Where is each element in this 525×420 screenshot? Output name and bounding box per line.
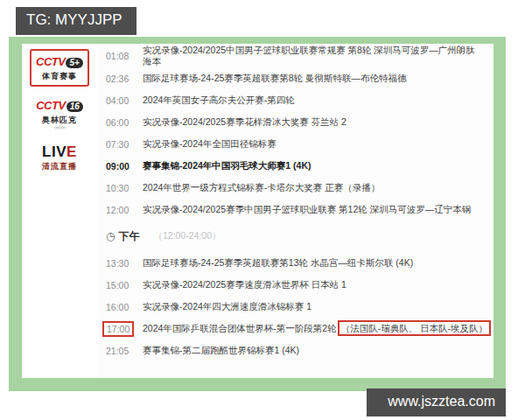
schedule-row[interactable]: 12:00 实况录像-2024/2025赛季中国男子篮球职业联赛 第12轮 深圳… xyxy=(106,199,494,220)
program-time: 07:30 xyxy=(106,139,143,150)
program-title: 赛事集锦-2024年中国羽毛球大师赛1 (4K) xyxy=(143,160,494,172)
program-time: 06:00 xyxy=(106,117,143,128)
program-title-text: 赛事集锦-第二届跑酷世界锦标赛1 (4K) xyxy=(143,345,299,355)
program-title: 赛事集锦-第二届跑酷世界锦标赛1 (4K) xyxy=(143,345,494,356)
program-time: 13:30 xyxy=(106,258,143,269)
program-time: 16:00 xyxy=(106,302,143,312)
program-time-text: 12:00 xyxy=(106,205,129,215)
program-time-text: 06:00 xyxy=(106,117,129,128)
program-time-text: 21:05 xyxy=(106,346,129,356)
program-title-text: 2024年国际乒联混合团体世界杯-第一阶段第2轮 xyxy=(143,323,337,333)
schedule-list: 01:08 实况录像-2024/2025中国男子篮球职业联赛常规赛 第8轮 深圳… xyxy=(97,44,494,378)
program-time-text: 02:36 xyxy=(106,74,129,84)
schedule-panel: CCTV5+ 体育赛事 CCTV16 奥林匹克 ○○○○○ LIVE 清流直播 xyxy=(22,44,494,378)
channel-number-badge: 5+ xyxy=(66,58,82,68)
program-title: 实况录像-2024年全国田径锦标赛 xyxy=(143,138,494,150)
cctv5plus-logo: CCTV5+ xyxy=(36,54,83,69)
program-title-text: 实况录像-2024年全国田径锦标赛 xyxy=(143,138,276,149)
program-time: 09:00 xyxy=(106,161,143,172)
olympic-rings-icon: ○○○○○ xyxy=(36,126,83,130)
schedule-row[interactable]: 06:00 实况录像-2024/2025赛季花样滑冰大奖赛 芬兰站 2 回看 xyxy=(106,111,494,133)
channel-number-badge: 16 xyxy=(66,102,83,112)
schedule-row[interactable]: 02:36 国际足球赛场-24-25赛季英超联赛第8轮 曼彻斯特联—布伦特福德 … xyxy=(106,67,494,89)
program-time-text: 09:00 xyxy=(106,161,130,172)
program-time: 02:36 xyxy=(106,74,143,84)
program-title-text: 国际足球赛场-24-25赛季英超联赛第8轮 曼彻斯特联—布伦特福德 xyxy=(143,73,407,83)
program-title: 国际足球赛场-24-25赛季英超联赛第8轮 曼彻斯特联—布伦特福德 xyxy=(143,73,494,84)
program-title-text: 实况录像-2024/2025赛季花样滑冰大奖赛 芬兰站 2 xyxy=(143,116,346,127)
schedule-row[interactable]: 07:30 实况录像-2024年全国田径锦标赛 回看 xyxy=(106,133,494,155)
program-time: 12:00 xyxy=(106,205,143,215)
cctv-wordmark: CCTV xyxy=(36,55,65,68)
cctv-wordmark: CCTV xyxy=(36,99,65,112)
schedule-row[interactable]: 13:30 国际足球赛场-24-25赛季英超联赛第13轮 水晶宫—纽卡斯尔联 (… xyxy=(106,252,494,274)
program-title: 2024年世界一级方程式锦标赛-卡塔尔大奖赛 正赛（录播） xyxy=(143,182,494,193)
program-title: 2024年英国女子高尔夫公开赛-第四轮 xyxy=(143,94,494,106)
schedule-row[interactable]: 04:00 2024年英国女子高尔夫公开赛-第四轮 回看 xyxy=(106,89,494,111)
content-frame: CCTV5+ 体育赛事 CCTV16 奥林匹克 ○○○○○ LIVE 清流直播 xyxy=(9,37,506,391)
program-time-text: 10:30 xyxy=(106,183,129,193)
program-time-text: 17:00 xyxy=(102,321,134,337)
program-title: 实况录像-2024年四大洲速度滑冰锦标赛 1 xyxy=(143,301,494,312)
cctv5plus-subtitle: 体育赛事 xyxy=(36,71,83,82)
live-logo: LIVE xyxy=(42,144,77,159)
program-time-text: 15:00 xyxy=(106,280,129,290)
program-time: 04:00 xyxy=(106,95,143,106)
program-title-highlight: （法国队-瑞典队、 日本队-埃及队） xyxy=(338,320,491,336)
program-title: 2024年国际乒联混合团体世界杯-第一阶段第2轮（法国队-瑞典队、 日本队-埃及… xyxy=(143,323,494,334)
program-time: 15:00 xyxy=(106,280,143,290)
program-title-text: 实况录像-2024/2025赛季速度滑冰世界杯 日本站 1 xyxy=(143,279,346,290)
program-time-text: 16:00 xyxy=(106,302,129,312)
program-title: 实况录像-2024/2025赛季中国男子篮球职业联赛 第12轮 深圳马可波罗—辽… xyxy=(143,204,494,215)
program-title-text: 2024年英国女子高尔夫公开赛-第四轮 xyxy=(143,94,295,105)
program-title-text: 实况录像-2024年四大洲速度滑冰锦标赛 1 xyxy=(143,301,312,312)
section-label: 下午 xyxy=(118,229,139,244)
program-title: 实况录像-2024/2025赛季花样滑冰大奖赛 芬兰站 2 xyxy=(143,116,494,128)
program-title-line2: 海本 xyxy=(143,56,491,67)
sidebar-item-cctv5plus[interactable]: CCTV5+ 体育赛事 xyxy=(30,49,89,87)
program-time: 21:05 xyxy=(106,346,143,356)
cctv16-logo: CCTV16 xyxy=(36,98,83,113)
program-title: 实况录像-2024/2025赛季速度滑冰世界杯 日本站 1 xyxy=(143,279,494,290)
website-watermark-badge: www.jszztea.com xyxy=(367,388,506,416)
sidebar-item-live[interactable]: LIVE 清流直播 xyxy=(38,141,81,175)
program-time-text: 07:30 xyxy=(106,139,129,150)
schedule-row[interactable]: 09:00 赛事集锦-2024年中国羽毛球大师赛1 (4K) 直播中 xyxy=(106,155,494,177)
program-title-text: 2024年世界一级方程式锦标赛-卡塔尔大奖赛 正赛（录播） xyxy=(143,182,380,192)
section-time-range: （12:00-24:00） xyxy=(153,230,220,242)
schedule-row[interactable]: 17:00 2024年国际乒联混合团体世界杯-第一阶段第2轮（法国队-瑞典队、 … xyxy=(106,318,494,340)
program-time-text: 13:30 xyxy=(106,258,129,269)
program-time-text: 01:08 xyxy=(106,51,129,61)
schedule-row[interactable]: 01:08 实况录像-2024/2025中国男子篮球职业联赛常规赛 第8轮 深圳… xyxy=(106,45,494,67)
schedule-row[interactable]: 16:00 实况录像-2024年四大洲速度滑冰锦标赛 1 未开始 xyxy=(106,296,494,318)
channel-sidebar: CCTV5+ 体育赛事 CCTV16 奥林匹克 ○○○○○ LIVE 清流直播 xyxy=(22,44,97,378)
sidebar-item-cctv16[interactable]: CCTV16 奥林匹克 ○○○○○ xyxy=(32,94,88,133)
schedule-row[interactable]: 21:05 赛事集锦-第二届跑酷世界锦标赛1 (4K) 未开始 xyxy=(106,340,494,361)
program-time-text: 04:00 xyxy=(106,95,129,106)
live-subtitle: 清流直播 xyxy=(42,161,77,172)
program-time: 10:30 xyxy=(106,183,143,193)
program-title-text: 赛事集锦-2024年中国羽毛球大师赛1 (4K) xyxy=(143,160,312,171)
clock-icon: ◷ xyxy=(106,230,115,242)
schedule-row[interactable]: 15:00 实况录像-2024/2025赛季速度滑冰世界杯 日本站 1 未开始 xyxy=(106,274,494,296)
program-time: 01:08 xyxy=(106,51,143,61)
cctv16-subtitle: 奥林匹克 ○○○○○ xyxy=(36,115,83,130)
program-title-text: 实况录像-2024/2025赛季中国男子篮球职业联赛 第12轮 深圳马可波罗—辽… xyxy=(143,204,471,214)
section-header-afternoon: ◷ 下午 （12:00-24:00） xyxy=(106,220,494,252)
program-title: 实况录像-2024/2025中国男子篮球职业联赛常规赛 第8轮 深圳马可波罗—广… xyxy=(143,45,494,67)
program-title-text: 国际足球赛场-24-25赛季英超联赛第13轮 水晶宫—纽卡斯尔联 (4K) xyxy=(143,257,413,268)
schedule-row[interactable]: 10:30 2024年世界一级方程式锦标赛-卡塔尔大奖赛 正赛（录播） 未开始 xyxy=(106,177,494,199)
program-title-text: 实况录像-2024/2025中国男子篮球职业联赛常规赛 第8轮 深圳马可波罗—广… xyxy=(143,45,475,55)
telegram-watermark-badge: TG: MYYJJPP xyxy=(16,7,136,35)
program-title: 国际足球赛场-24-25赛季英超联赛第13轮 水晶宫—纽卡斯尔联 (4K) xyxy=(143,257,494,269)
program-time: 17:00 xyxy=(106,321,143,337)
